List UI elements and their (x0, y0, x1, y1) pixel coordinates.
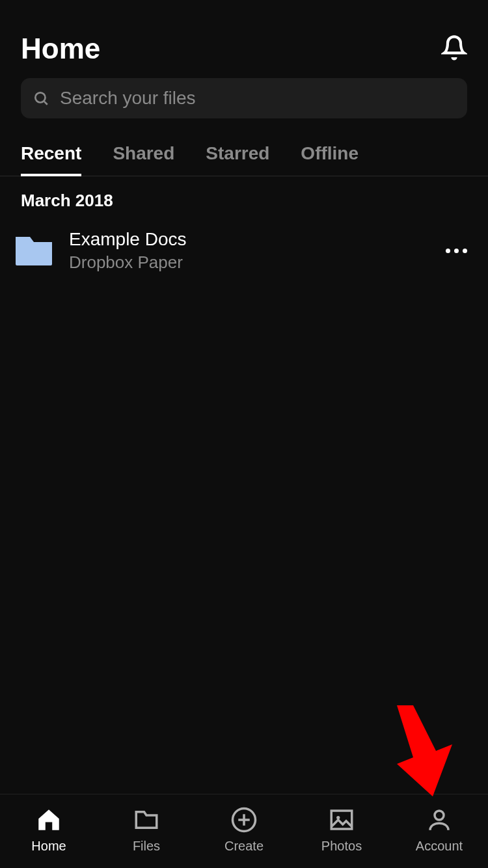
svg-line-1 (44, 102, 47, 105)
nav-label: Files (133, 839, 160, 854)
tab-recent[interactable]: Recent (21, 143, 81, 176)
folder-icon (14, 233, 53, 269)
nav-create[interactable]: Create (205, 806, 283, 854)
content-spacer (0, 284, 488, 794)
bottom-nav: Home Files Create Photos Account (0, 794, 488, 868)
photos-icon (328, 806, 355, 834)
nav-files[interactable]: Files (107, 806, 185, 854)
header: Home (0, 0, 488, 78)
item-text: Example Docs Dropbox Paper (69, 229, 430, 273)
account-icon (426, 806, 453, 834)
search-icon (33, 90, 49, 107)
bell-icon (441, 34, 467, 61)
tab-offline[interactable]: Offline (301, 143, 359, 176)
item-title: Example Docs (69, 229, 430, 250)
list-item[interactable]: Example Docs Dropbox Paper (0, 217, 488, 284)
files-icon (133, 806, 160, 834)
svg-point-8 (435, 811, 444, 820)
search-input[interactable] (60, 88, 455, 109)
home-icon (35, 806, 62, 834)
nav-photos[interactable]: Photos (303, 806, 381, 854)
search-bar[interactable] (21, 78, 467, 118)
nav-home[interactable]: Home (10, 806, 88, 854)
svg-rect-6 (331, 811, 352, 829)
section-header: March 2018 (0, 176, 488, 217)
search-container (0, 78, 488, 131)
item-subtitle: Dropbox Paper (69, 252, 430, 273)
page-title: Home (21, 33, 100, 65)
tab-starred[interactable]: Starred (206, 143, 269, 176)
nav-label: Home (31, 839, 66, 854)
more-options-button[interactable] (446, 249, 467, 253)
tab-bar: Recent Shared Starred Offline (0, 131, 488, 176)
svg-point-0 (35, 92, 45, 102)
notifications-button[interactable] (441, 34, 467, 63)
tab-shared[interactable]: Shared (113, 143, 174, 176)
nav-label: Account (416, 839, 463, 854)
plus-circle-icon (230, 806, 258, 834)
nav-account[interactable]: Account (400, 806, 478, 854)
dots-icon (446, 249, 450, 253)
nav-label: Photos (321, 839, 362, 854)
nav-label: Create (224, 839, 264, 854)
